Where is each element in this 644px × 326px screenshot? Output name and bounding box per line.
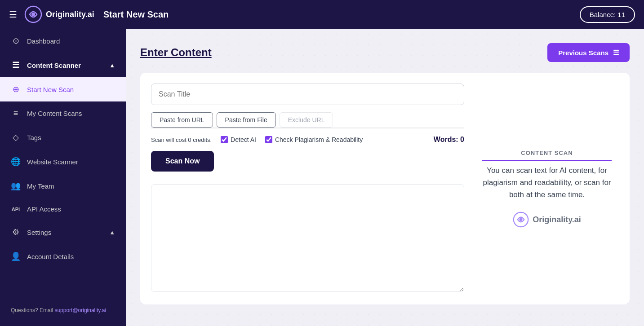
footer-prefix: Questions? Email	[11, 307, 54, 313]
sidebar-item-api-access[interactable]: API API Access	[0, 198, 126, 220]
chevron-up-icon: ▲	[109, 229, 115, 236]
topbar: ☰ Originality.ai Start New Scan Balance:…	[0, 0, 644, 29]
sidebar-item-label: Tags	[27, 134, 41, 141]
team-icon: 👥	[11, 181, 21, 191]
check-plagiarism-label: Check Plagiarism & Readability	[275, 136, 363, 143]
sidebar-item-label: Content Scanner	[27, 62, 81, 69]
prev-scans-label: Previous Scans	[558, 49, 608, 57]
detect-ai-label: Detect AI	[231, 136, 256, 143]
sidebar-item-label: My Content Scans	[27, 110, 82, 117]
sidebar-item-label: Dashboard	[27, 37, 60, 45]
sidebar-item-my-content-scans[interactable]: ≡ My Content Scans	[0, 101, 126, 125]
api-icon: API	[11, 207, 21, 212]
scan-right-logo: Originality.ai	[513, 211, 581, 228]
globe-icon: 🌐	[11, 157, 21, 167]
sidebar-item-label: Settings	[27, 229, 51, 236]
list-lines-icon: ☰	[613, 48, 619, 57]
scan-right-logo-icon	[513, 211, 529, 228]
sidebar-item-label: Start New Scan	[27, 86, 74, 93]
scan-right-description: You can scan text for AI content, for pl…	[482, 164, 612, 201]
scan-right-logo-text: Originality.ai	[533, 215, 581, 225]
scan-card: Paste from URL Paste from File Exclude U…	[140, 73, 630, 304]
content-scanner-icon: ☰	[11, 60, 21, 70]
main-header: Enter Content Previous Scans ☰	[140, 43, 630, 62]
svg-point-1	[31, 13, 35, 16]
sidebar-item-label: Account Details	[27, 253, 74, 260]
sidebar-item-start-new-scan[interactable]: ⊕ Start New Scan	[0, 77, 126, 101]
plus-circle-icon: ⊕	[11, 84, 21, 94]
sidebar: ⊙ Dashboard ☰ Content Scanner ▲ ⊕ Start …	[0, 29, 126, 326]
exclude-url-tab[interactable]: Exclude URL	[280, 112, 333, 128]
sidebar-item-my-team[interactable]: 👥 My Team	[0, 174, 126, 198]
balance-badge: Balance: 11	[580, 6, 635, 23]
cost-label: Scan will cost 0 credits.	[151, 137, 212, 143]
logo: Originality.ai	[24, 5, 94, 23]
scan-options: Scan will cost 0 credits. Detect AI Chec…	[151, 136, 464, 144]
scan-now-button[interactable]: Scan Now	[151, 151, 214, 172]
sidebar-item-label: My Team	[27, 182, 54, 190]
content-textarea[interactable]	[151, 184, 464, 292]
dashboard-icon: ⊙	[11, 36, 21, 46]
settings-icon: ⚙	[11, 227, 21, 237]
logo-text: Originality.ai	[46, 10, 94, 19]
scan-right: CONTENT SCAN You can scan text for AI co…	[475, 84, 619, 294]
sidebar-item-website-scanner[interactable]: 🌐 Website Scanner	[0, 150, 126, 174]
chevron-up-icon: ▲	[109, 62, 115, 69]
page-section-title: Enter Content	[140, 46, 212, 59]
sidebar-item-account-details[interactable]: 👤 Account Details	[0, 244, 126, 269]
paste-from-file-tab[interactable]: Paste from File	[217, 112, 276, 128]
sidebar-item-tags[interactable]: ◇ Tags	[0, 125, 126, 150]
check-plagiarism-checkbox[interactable]	[265, 136, 272, 143]
sidebar-item-label: API Access	[27, 205, 61, 213]
paste-from-url-tab[interactable]: Paste from URL	[151, 112, 213, 128]
scan-left: Paste from URL Paste from File Exclude U…	[151, 84, 464, 294]
sidebar-item-dashboard[interactable]: ⊙ Dashboard	[0, 29, 126, 53]
sidebar-item-settings[interactable]: ⚙ Settings ▲	[0, 220, 126, 244]
detect-ai-checkbox-group[interactable]: Detect AI	[221, 136, 256, 143]
detect-ai-checkbox[interactable]	[221, 136, 228, 143]
support-email-link[interactable]: support@originality.ai	[54, 307, 106, 313]
layout: ⊙ Dashboard ☰ Content Scanner ▲ ⊕ Start …	[0, 29, 644, 326]
main-content: Enter Content Previous Scans ☰ Paste fro…	[126, 29, 644, 326]
sidebar-item-content-scanner[interactable]: ☰ Content Scanner ▲	[0, 53, 126, 77]
sidebar-item-label: Website Scanner	[27, 158, 78, 166]
scan-title-input[interactable]	[151, 84, 464, 105]
content-scan-label: CONTENT SCAN	[482, 150, 612, 161]
check-plagiarism-checkbox-group[interactable]: Check Plagiarism & Readability	[265, 136, 363, 143]
tag-icon: ◇	[11, 132, 21, 142]
menu-icon[interactable]: ☰	[9, 9, 17, 20]
account-icon: 👤	[11, 251, 21, 261]
logo-icon	[24, 5, 42, 23]
sidebar-footer: Questions? Email support@originality.ai	[0, 302, 126, 319]
list-icon: ≡	[11, 109, 21, 118]
previous-scans-button[interactable]: Previous Scans ☰	[547, 43, 630, 62]
words-count: Words: 0	[434, 136, 464, 144]
svg-point-3	[520, 218, 523, 221]
page-title: Start New Scan	[103, 9, 580, 20]
tab-row: Paste from URL Paste from File Exclude U…	[151, 112, 464, 128]
